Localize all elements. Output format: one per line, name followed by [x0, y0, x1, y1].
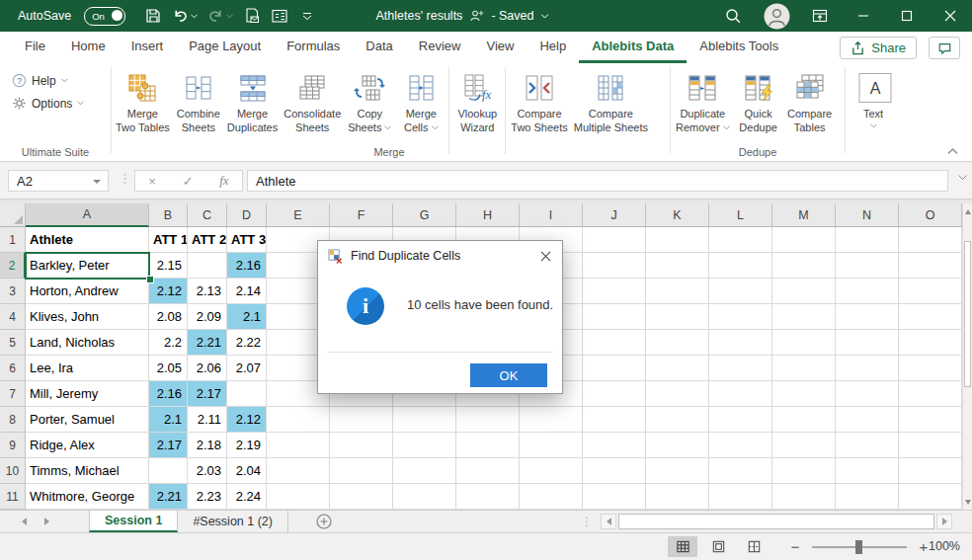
cell-empty[interactable] [836, 227, 899, 253]
close-button[interactable] [929, 0, 972, 32]
cell-D6[interactable]: 2.07 [227, 356, 267, 381]
cell-D2-duplicate-highlight[interactable]: 2.16 [227, 253, 267, 279]
tab-ablebits-data[interactable]: Ablebits Data [579, 32, 687, 63]
cell-empty[interactable] [393, 433, 456, 458]
column-header-K[interactable]: K [646, 203, 709, 227]
cell-C8[interactable]: 2.11 [188, 407, 227, 433]
scroll-down-icon[interactable] [963, 494, 972, 510]
cell-empty[interactable] [899, 484, 962, 510]
cell-empty[interactable] [520, 458, 583, 484]
column-header-L[interactable]: L [709, 203, 772, 227]
cell-empty[interactable] [330, 458, 393, 484]
cell-D9[interactable]: 2.19 [227, 433, 267, 458]
help-menu[interactable]: ? Help [12, 69, 84, 92]
column-header-J[interactable]: J [583, 203, 646, 227]
compare-tables-button[interactable]: CompareTables [784, 67, 836, 134]
cell-C6[interactable]: 2.06 [188, 356, 227, 381]
cell-D8-duplicate-highlight[interactable]: 2.12 [227, 407, 267, 433]
cell-empty[interactable] [836, 304, 899, 330]
cell-empty[interactable] [267, 484, 330, 510]
merge-duplicates-button[interactable]: MergeDuplicates [224, 67, 281, 134]
cell-empty[interactable] [899, 279, 962, 304]
horizontal-scroll-thumb[interactable] [618, 514, 934, 529]
dialog-close-icon[interactable] [528, 241, 562, 271]
column-header-F[interactable]: F [330, 203, 393, 227]
cell-empty[interactable] [899, 381, 962, 407]
cell-empty[interactable] [836, 330, 899, 356]
horizontal-scrollbar[interactable] [601, 514, 952, 529]
cell-C5-duplicate-highlight[interactable]: 2.21 [188, 330, 227, 356]
cell-empty[interactable] [456, 407, 520, 433]
cell-empty[interactable] [899, 407, 962, 433]
duplicate-remover-button[interactable]: DuplicateRemover [673, 67, 733, 134]
cell-empty[interactable] [646, 458, 709, 484]
cell-empty[interactable] [772, 458, 836, 484]
options-menu[interactable]: Options [12, 92, 84, 115]
sheet-tab-2[interactable]: #Session 1 (2) [178, 511, 288, 532]
cell-empty[interactable] [646, 381, 709, 407]
cell-D3[interactable]: 2.14 [227, 279, 267, 304]
cell-empty[interactable] [646, 433, 709, 458]
cell-A9[interactable]: Ridge, Alex [26, 433, 149, 458]
cell-empty[interactable] [836, 458, 899, 484]
cell-empty[interactable] [646, 484, 709, 510]
cell-empty[interactable] [646, 304, 709, 330]
compare-multiple-sheets-button[interactable]: CompareMultiple Sheets [571, 67, 651, 134]
cell-A11[interactable]: Whitmore, George [26, 484, 149, 510]
cell-empty[interactable] [520, 407, 583, 433]
row-header-8[interactable]: 8 [0, 407, 26, 433]
cell-empty[interactable] [836, 279, 899, 304]
sheet-next-icon[interactable] [44, 518, 49, 525]
row-header-3[interactable]: 3 [0, 279, 26, 304]
tab-data[interactable]: Data [353, 32, 405, 63]
cell-empty[interactable] [583, 330, 646, 356]
form-view-icon[interactable] [271, 7, 288, 25]
cell-D4-duplicate-highlight[interactable]: 2.1 [227, 304, 267, 330]
row-header-5[interactable]: 5 [0, 330, 26, 356]
copy-sheets-button[interactable]: CopySheets [344, 67, 395, 134]
collapse-ribbon-icon[interactable] [947, 148, 958, 155]
cell-A8[interactable]: Porter, Samuel [26, 407, 149, 433]
cell-empty[interactable] [456, 484, 520, 510]
column-header-B[interactable]: B [149, 203, 188, 227]
column-header-C[interactable]: C [188, 203, 227, 227]
avatar[interactable] [755, 0, 798, 32]
cell-empty[interactable] [772, 253, 836, 279]
tab-help[interactable]: Help [526, 32, 579, 63]
cell-A4[interactable]: Klives, John [26, 304, 149, 330]
row-header-4[interactable]: 4 [0, 304, 26, 330]
page-break-view-icon[interactable] [739, 536, 769, 557]
cell-C7-duplicate-highlight[interactable]: 2.17 [188, 381, 227, 407]
cell-B10[interactable] [149, 458, 188, 484]
cell-empty[interactable] [836, 356, 899, 381]
row-header-11[interactable]: 11 [0, 484, 26, 510]
cell-C10[interactable]: 2.03 [188, 458, 227, 484]
zoom-slider[interactable] [812, 546, 907, 548]
normal-view-icon[interactable] [668, 536, 697, 557]
cell-A2[interactable]: Barkley, Peter [26, 253, 149, 279]
column-header-G[interactable]: G [393, 203, 456, 227]
cell-empty[interactable] [393, 484, 456, 510]
cell-A10[interactable]: Timms, Michael [26, 458, 149, 484]
compare-two-sheets-button[interactable]: CompareTwo Sheets [508, 67, 570, 134]
merge-two-tables-button[interactable]: MergeTwo Tables [113, 67, 173, 134]
cell-A3[interactable]: Horton, Andrew [26, 279, 149, 304]
name-box[interactable]: A2 [8, 170, 109, 192]
zoom-out-icon[interactable]: − [786, 538, 804, 555]
comments-button[interactable] [929, 37, 960, 59]
cell-empty[interactable] [709, 330, 772, 356]
cell-B5[interactable]: 2.2 [149, 330, 188, 356]
cell-C2[interactable] [188, 253, 227, 279]
cell-empty[interactable] [583, 253, 646, 279]
cell-B4[interactable]: 2.08 [149, 304, 188, 330]
column-header-N[interactable]: N [836, 203, 899, 227]
cell-empty[interactable] [772, 381, 836, 407]
cell-C3[interactable]: 2.13 [188, 279, 227, 304]
cell-empty[interactable] [899, 253, 962, 279]
new-sheet-button[interactable] [316, 511, 332, 532]
text-tool-button[interactable]: AText [848, 67, 899, 128]
cell-empty[interactable] [583, 433, 646, 458]
undo-button[interactable] [172, 8, 198, 25]
cell-empty[interactable] [709, 484, 772, 510]
cell-empty[interactable] [583, 279, 646, 304]
